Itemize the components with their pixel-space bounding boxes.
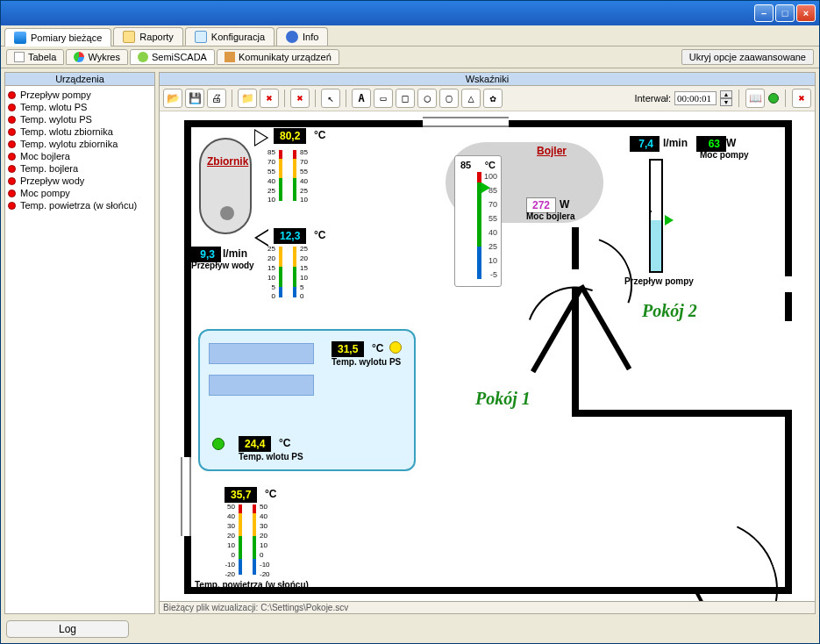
print-button[interactable]: 🖨 <box>207 89 226 108</box>
boiler-label: Bojler <box>537 145 567 157</box>
device-item[interactable]: Temp. powietrza (w słońcu) <box>8 199 152 211</box>
minimize-button[interactable]: – <box>754 4 774 22</box>
subtab-tabela[interactable]: Tabela <box>6 49 64 65</box>
printer-icon: 🖨 <box>211 92 222 104</box>
hide-advanced-button[interactable]: Ukryj opcje zaawansowane <box>681 49 814 65</box>
ellipse-icon: ◯ <box>424 92 430 104</box>
rect-tool-button[interactable]: ▭ <box>374 89 393 108</box>
ps-out-label: Temp. wylotu PS <box>332 357 401 367</box>
device-label: Przepływ wody <box>20 175 84 186</box>
close-button[interactable]: × <box>796 4 816 22</box>
devices-panel: Urządzenia Przepływ pompy Temp. wlotu PS… <box>4 72 155 614</box>
tab-raporty[interactable]: Raporty <box>113 27 183 46</box>
open-folder-button[interactable]: 📁 <box>238 89 257 108</box>
ps-out-readout: 31,5 <box>332 341 364 357</box>
maximize-button[interactable]: □ <box>775 4 795 22</box>
pump-flow-label: Przepływ pompy <box>624 276 694 286</box>
led-green-icon <box>212 438 225 450</box>
clear-icon: ✖ <box>296 92 303 104</box>
ps-in-readout: 24,4 <box>239 436 271 452</box>
device-item[interactable]: Przepływ pompy <box>8 89 152 101</box>
devices-list: Przepływ pompy Temp. wlotu PS Temp. wylo… <box>5 86 154 214</box>
disconnect-button[interactable]: ✖ <box>792 89 811 108</box>
open-file-button[interactable]: 📂 <box>163 89 182 108</box>
tab-info[interactable]: Info <box>276 27 328 46</box>
subtab-label: SemiSCADA <box>152 52 207 62</box>
log-button[interactable]: Log <box>6 620 129 638</box>
device-label: Temp. wlotu PS <box>20 102 87 112</box>
roundrect-icon: ▢ <box>446 92 452 104</box>
ps-in-bar <box>209 375 314 396</box>
device-item[interactable]: Temp. wylotu zbiornika <box>8 138 152 150</box>
water-flow-label: Przepływ wody <box>191 261 254 270</box>
ps-in-label: Temp. wlotu PS <box>239 452 303 462</box>
status-dot-icon <box>8 202 16 210</box>
ellipse-tool-button[interactable]: ◯ <box>417 89 437 108</box>
air-temp-label: Temp. powietrza (w słońcu) <box>195 580 309 590</box>
square-tool-button[interactable]: □ <box>396 89 415 108</box>
devices-title: Urządzenia <box>5 73 154 86</box>
device-label: Temp. wylotu zbiornika <box>20 139 118 149</box>
room2-label: Pokój 2 <box>642 301 697 321</box>
pump-flow-readout: 7,4 <box>630 136 660 152</box>
device-item[interactable]: Moc pompy <box>8 187 152 199</box>
pump-flow-unit: l/min <box>663 137 688 149</box>
viz-toolbar: 📂 💾 🖨 📁 ✖ ✖ ↖ A ▭ □ ◯ ▢ △ ✿ Interwał: <box>160 86 815 111</box>
rect-icon: ▭ <box>380 92 386 104</box>
cursor-button[interactable]: ↖ <box>321 89 340 108</box>
device-item[interactable]: Temp. wlotu PS <box>8 101 152 113</box>
boiler-power-label: Moc bojlera <box>526 211 575 221</box>
save-icon: 💾 <box>189 92 202 104</box>
subtab-label: Wykres <box>88 52 120 62</box>
clear-button[interactable]: ✖ <box>290 89 310 108</box>
folder-open-icon: 📂 <box>167 92 180 104</box>
air-temp-unit: °C <box>265 488 276 500</box>
device-label: Temp. bojlera <box>20 163 78 174</box>
tab-pomiary[interactable]: Pomiary bieżące <box>4 28 111 47</box>
interval-input[interactable] <box>674 91 717 105</box>
device-item[interactable]: Temp. bojlera <box>8 162 152 175</box>
tank-label: Zbiornik <box>207 155 248 168</box>
tab-label: Raporty <box>139 32 174 42</box>
device-item[interactable]: Temp. wylotu PS <box>8 113 152 125</box>
air-temp-readout: 35,7 <box>225 487 257 503</box>
save-button[interactable]: 💾 <box>185 89 204 108</box>
tab-label: Konfiguracja <box>211 32 265 42</box>
book-button[interactable]: 📖 <box>745 89 765 108</box>
tank-out-unit: °C <box>314 129 325 141</box>
tab-label: Pomiary bieżące <box>31 32 102 43</box>
subtab-komunikaty[interactable]: Komunikaty urządzeń <box>217 49 339 65</box>
viz-panel: Wskaźniki 📂 💾 🖨 📁 ✖ ✖ ↖ A ▭ □ ◯ ▢ △ <box>159 72 816 614</box>
text-tool-button[interactable]: A <box>352 89 371 108</box>
status-prefix: Bieżący plik wizualizacji: <box>163 603 258 612</box>
status-dot-icon <box>8 177 16 185</box>
title-bar: – □ × <box>1 1 819 25</box>
book-icon: 📖 <box>749 92 762 104</box>
tab-konfiguracja[interactable]: Konfiguracja <box>185 27 275 46</box>
main-tabs: Pomiary bieżące Raporty Konfiguracja Inf… <box>1 25 819 47</box>
roundrect-tool-button[interactable]: ▢ <box>439 89 459 108</box>
step-down-icon: ▼ <box>720 98 732 106</box>
triangle-tool-button[interactable]: △ <box>461 89 481 108</box>
subtab-semiscada[interactable]: SemiSCADA <box>130 49 215 65</box>
subtab-wykres[interactable]: Wykres <box>66 49 128 65</box>
pump-power-unit: W <box>726 137 736 149</box>
device-label: Moc bojlera <box>20 151 70 161</box>
viz-canvas[interactable]: Zbiornik 80,2 °C 85 70 55 40 25 10 85 70 <box>160 111 815 601</box>
text-icon: A <box>358 92 364 104</box>
folder-icon: 📁 <box>241 92 254 104</box>
sub-tabs: Tabela Wykres SemiSCADA Komunikaty urząd… <box>1 47 819 68</box>
status-dot-icon <box>8 153 16 161</box>
device-item[interactable]: Przepływ wody <box>8 175 152 187</box>
gear-button[interactable]: ✿ <box>483 89 503 108</box>
device-item[interactable]: Temp. wlotu zbiornika <box>8 125 152 138</box>
interval-stepper[interactable]: ▲ ▼ <box>720 90 732 106</box>
status-dot-icon <box>8 165 16 173</box>
window-top <box>423 117 509 127</box>
gear-icon: ✿ <box>489 92 496 104</box>
delete-button[interactable]: ✖ <box>260 89 279 108</box>
device-label: Temp. wlotu zbiornika <box>20 126 113 137</box>
pump-power-label: Moc pompy <box>700 150 749 160</box>
device-item[interactable]: Moc bojlera <box>8 150 152 162</box>
status-dot-icon <box>8 128 16 136</box>
